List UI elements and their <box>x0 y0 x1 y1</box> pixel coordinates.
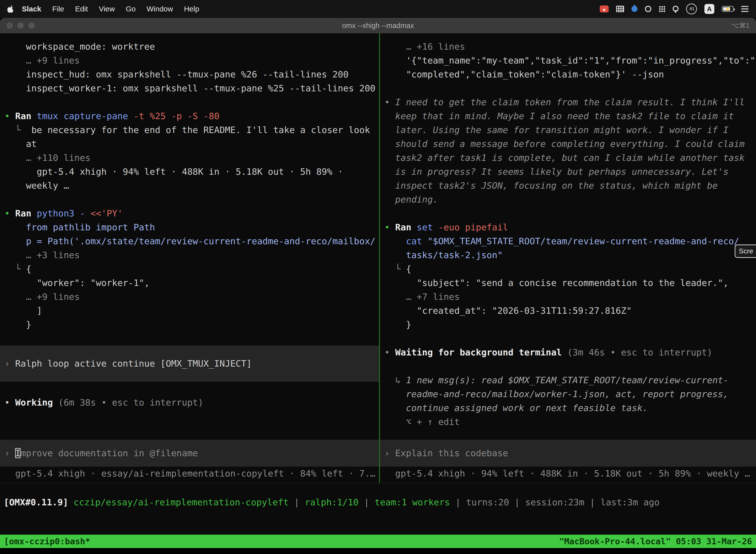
circle-icon[interactable] <box>645 6 651 12</box>
text-segment: "worker": "worker-1", <box>4 278 149 288</box>
active-app-name[interactable]: Slack <box>22 5 41 13</box>
thinking-line: should send a message before completing … <box>380 137 756 151</box>
output-line: └ be necessary for the end of the README… <box>0 123 379 137</box>
droplet-icon[interactable] <box>631 6 637 12</box>
window-title-bar: × omx --xhigh --madmax ⌥⌘1 <box>0 18 756 33</box>
text-segment: "subject": "send a concise recommendatio… <box>384 278 729 288</box>
text-segment: ⌥ + ↑ edit <box>384 417 460 427</box>
ralph-loop-notice: › Ralph loop active continue [OMX_TMUX_I… <box>0 357 379 371</box>
text-segment: session:23m <box>525 497 584 507</box>
text-segment: Explain this codebase <box>395 448 508 458</box>
text-segment: last:3m ago <box>601 497 659 507</box>
text-segment: weekly … <box>4 180 69 190</box>
tmux-session-label: [omx-cczip0:bash* <box>4 536 90 546</box>
text-segment: "created_at": "2026-03-31T11:59:27.816Z" <box>384 306 632 316</box>
text-segment: team:1 workers <box>375 497 450 507</box>
output-line: inspect_hud: omx sparkshell --tmux-pane … <box>0 67 379 81</box>
edit-hint-line: ⌥ + ↑ edit <box>380 415 756 429</box>
blank-line <box>380 359 756 373</box>
zoom-button[interactable] <box>28 22 35 29</box>
input-source-letter: A <box>707 5 712 13</box>
apple-logo-icon[interactable] <box>7 5 14 13</box>
code-line: p = Path('.omx/state/team/review-current… <box>0 234 379 248</box>
menu-edit[interactable]: Edit <box>70 5 93 13</box>
gauge-value: .61 <box>689 6 694 11</box>
blank-line <box>0 382 379 396</box>
text-segment: … +16 lines <box>384 42 465 52</box>
code-line: tasks/task-2.json" <box>380 248 756 262</box>
text-segment: is in progress? It seems likely but perh… <box>384 167 729 177</box>
text-segment: turns:20 <box>466 497 509 507</box>
text-segment: be necessary for the end of the README. … <box>31 125 370 135</box>
window-shortcut-hint: ⌥⌘1 <box>732 21 750 30</box>
blank-line <box>0 192 379 207</box>
ralph-loop-notice[interactable]: › Ralph loop active continue [OMX_TMUX_I… <box>0 345 379 382</box>
menu-file[interactable]: File <box>47 5 69 13</box>
text-segment: › <box>384 448 395 458</box>
text-segment: at <box>4 139 37 149</box>
text-segment: } <box>384 320 411 330</box>
text-segment: -t %25 -p -S -80 <box>133 111 219 121</box>
right-pane-scrollback: … +16 lines '{"team_name":"my-team","tas… <box>380 40 756 429</box>
mailbox-message-line: continue assigned work or next feasible … <box>380 401 756 415</box>
menu-window[interactable]: Window <box>141 5 179 13</box>
code-line: from pathlib import Path <box>0 220 379 234</box>
text-segment: • <box>384 347 395 357</box>
text-segment: Waiting for background terminal <box>395 347 567 357</box>
window-title: omx --xhigh --madmax <box>342 21 414 30</box>
pane-status-line: gpt-5.4 xhigh · 94% left · 488K in · 5.1… <box>380 466 756 481</box>
input-source-icon[interactable]: A <box>704 4 714 14</box>
output-line: "completed","claim_token":"claim-token"}… <box>380 67 756 81</box>
omx-session-status-line: [OMX#0.11.9] cczip/essay/ai-reimplementa… <box>0 495 756 509</box>
output-line: └ { <box>380 262 756 276</box>
text-segment: from pathlib import Path <box>4 222 155 232</box>
thinking-line: later. Using the same for transition mig… <box>380 123 756 137</box>
waiting-status-line: • Waiting for background terminal (3m 46… <box>380 345 756 359</box>
dots-grid-icon[interactable] <box>659 6 665 12</box>
omx-session-status-area: [OMX#0.11.9] cczip/essay/ai-reimplementa… <box>0 484 756 535</box>
battery-icon[interactable]: ⚡ <box>722 6 734 12</box>
screenshot-tooltip[interactable]: Scre <box>735 244 756 258</box>
text-segment <box>384 236 406 246</box>
meta-line: … +9 lines <box>0 290 379 304</box>
screen-record-icon[interactable] <box>600 5 609 12</box>
left-pane-scrollback: workspace_mode: worktree … +9 lines insp… <box>0 40 379 409</box>
text-segment: cczip/essay/ai-reimplementation-copyleft <box>74 497 289 507</box>
text-segment: … +3 lines <box>4 250 80 260</box>
terminal-window: × omx --xhigh --madmax ⌥⌘1 workspace_mod… <box>0 18 756 535</box>
text-segment: I need to get the claim token from the c… <box>395 97 745 107</box>
menu-go[interactable]: Go <box>120 5 141 13</box>
text-segment: ralph:1/10 <box>305 497 359 507</box>
thinking-line: pending. <box>380 192 756 207</box>
text-segment: -euo pipefail <box>438 222 508 232</box>
terminal-right-pane[interactable]: … +16 lines '{"team_name":"my-team","tas… <box>380 33 756 483</box>
meta-line: … +3 lines <box>0 248 379 262</box>
text-segment: inspect task2's JSON, focusing on the st… <box>384 180 718 190</box>
grid-icon[interactable] <box>616 6 624 12</box>
text-segment: "completed","claim_token":"claim-token"}… <box>384 69 664 79</box>
text-segment: … +9 lines <box>4 55 80 65</box>
output-line: workspace_mode: worktree <box>0 40 379 54</box>
menu-help[interactable]: Help <box>179 5 205 13</box>
prompt-suggestion[interactable]: › Explain this codebase <box>380 440 756 466</box>
text-segment: continue assigned work or next feasible … <box>384 403 648 413</box>
meta-line: … +9 lines <box>0 54 379 67</box>
close-button[interactable]: × <box>6 22 13 29</box>
working-status-line: • Working (6m 38s • esc to interrupt) <box>0 396 379 409</box>
text-segment: (3m 46s • esc to interrupt) <box>567 347 712 357</box>
output-line: } <box>380 318 756 332</box>
menu-view[interactable]: View <box>93 5 120 13</box>
terminal-left-pane[interactable]: workspace_mode: worktree … +9 lines insp… <box>0 33 379 483</box>
thinking-line: task2 after task1 is complete, but can I… <box>380 151 756 165</box>
text-segment: keep that in mind. Maybe I also need the… <box>384 111 734 121</box>
mailbox-message-line: ↳ 1 new msg(s): read $OMX_TEAM_STATE_ROO… <box>380 373 756 387</box>
text-segment: … +9 lines <box>4 292 80 302</box>
text-segment: mprove documentation in @filename <box>20 448 198 458</box>
gauge-icon[interactable]: .61 <box>686 3 697 14</box>
thinking-line: inspect task2's JSON, focusing on the st… <box>380 179 756 192</box>
keyhole-icon[interactable] <box>673 5 679 13</box>
prompt-input[interactable]: › Improve documentation in @filename <box>0 440 379 466</box>
text-segment: | <box>584 497 601 507</box>
menu-lines-icon[interactable] <box>741 6 749 12</box>
minimize-button[interactable] <box>17 22 24 29</box>
